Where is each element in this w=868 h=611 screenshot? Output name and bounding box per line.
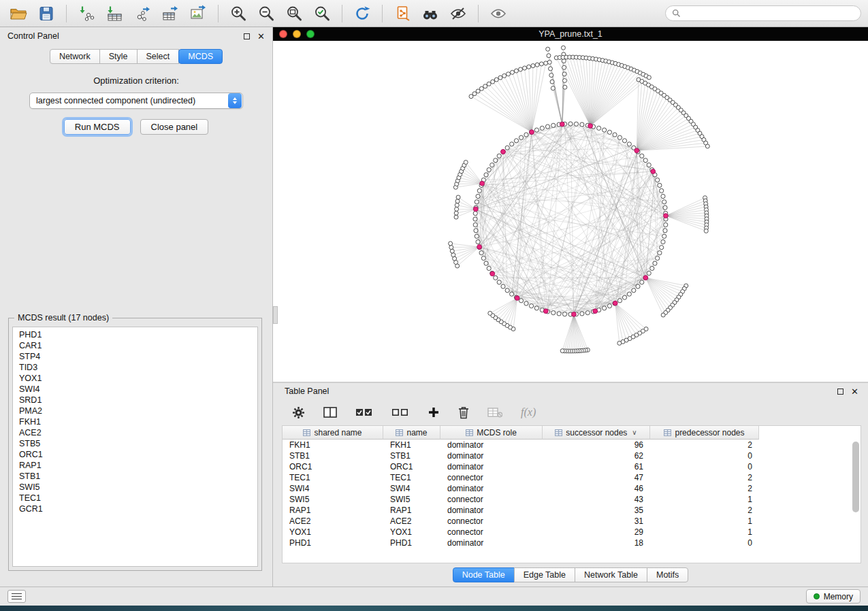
export-table-icon xyxy=(161,5,179,22)
cell-predecessor: 1 xyxy=(650,494,759,505)
mcds-result-item[interactable]: PHD1 xyxy=(13,329,257,340)
splitter-grip[interactable] xyxy=(273,306,278,324)
delete-row-button[interactable] xyxy=(458,406,469,419)
mcds-result-item[interactable]: RAP1 xyxy=(13,460,257,471)
mcds-result-list[interactable]: PHD1CAR1STP4TID3YOX1SWI4SRD1PMA2FKH1ACE2… xyxy=(12,327,258,567)
settings-button[interactable] xyxy=(292,406,305,419)
table-row[interactable]: SWI5SWI5connector431 xyxy=(283,494,861,505)
column-header-successor-nodes[interactable]: successor nodes∨ xyxy=(543,426,650,440)
mcds-result-item[interactable]: PMA2 xyxy=(13,406,257,416)
mcds-result-item[interactable]: FKH1 xyxy=(13,416,257,427)
column-header-shared-name[interactable]: shared name xyxy=(283,426,383,440)
mcds-result-item[interactable]: SWI4 xyxy=(13,384,257,395)
hide-detail-button[interactable] xyxy=(447,3,470,24)
tab-mcds[interactable]: MCDS xyxy=(178,49,223,64)
tab-network-table[interactable]: Network Table xyxy=(575,567,647,582)
tab-motifs[interactable]: Motifs xyxy=(647,567,688,582)
show-columns-button[interactable] xyxy=(323,406,337,418)
cell-mcds_role: dominator xyxy=(440,461,543,472)
table-row[interactable]: PHD1PHD1dominator180 xyxy=(283,538,861,548)
control-panel-tabs: NetworkStyleSelectMCDS xyxy=(0,49,272,64)
export-network-button[interactable] xyxy=(131,3,154,24)
export-image-icon xyxy=(189,5,207,22)
mcds-result-item[interactable]: TID3 xyxy=(13,362,257,373)
table-row[interactable]: YOX1YOX1connector291 xyxy=(283,527,861,538)
save-session-button[interactable] xyxy=(35,3,58,24)
toolbar-separator xyxy=(66,5,67,22)
export-image-button[interactable] xyxy=(187,3,210,24)
add-row-icon xyxy=(428,406,440,418)
add-row-button[interactable] xyxy=(428,406,440,418)
sort-chevron-icon: ∨ xyxy=(632,429,637,436)
toolbar-separator xyxy=(478,5,479,22)
zoom-in-button[interactable] xyxy=(227,3,250,24)
show-detail-button[interactable] xyxy=(487,3,510,24)
mcds-result-item[interactable]: YOX1 xyxy=(13,373,257,384)
mcds-result-item[interactable]: ACE2 xyxy=(13,427,257,438)
mcds-result-item[interactable]: TEC1 xyxy=(13,493,257,503)
network-title: YPA_prune.txt_1 xyxy=(273,29,868,39)
table-row[interactable]: FKH1FKH1dominator962 xyxy=(283,440,861,450)
mcds-result-item[interactable]: SRD1 xyxy=(13,395,257,406)
mcds-result-item[interactable]: ORC1 xyxy=(13,449,257,460)
search-field[interactable] xyxy=(665,5,861,21)
deselect-all-button[interactable] xyxy=(391,407,409,418)
open-file-button[interactable] xyxy=(7,3,30,24)
cell-filler xyxy=(759,527,861,538)
dropdown-stepper-icon xyxy=(228,93,242,108)
maximize-window-icon[interactable] xyxy=(306,30,315,38)
clone-network-button[interactable] xyxy=(391,3,414,24)
tab-select[interactable]: Select xyxy=(137,49,180,64)
table-row[interactable]: ACE2ACE2connector311 xyxy=(283,516,861,527)
tab-node-table[interactable]: Node Table xyxy=(453,567,515,582)
export-table-button[interactable] xyxy=(159,3,182,24)
column-header-predecessor-nodes[interactable]: predecessor nodes xyxy=(650,426,759,440)
network-canvas[interactable] xyxy=(273,41,868,382)
mcds-result-item[interactable]: CAR1 xyxy=(13,340,257,351)
table-row[interactable]: RAP1RAP1dominator352 xyxy=(283,505,861,516)
close-panel-icon[interactable]: ✕ xyxy=(257,32,265,41)
main-area: Control Panel ✕ NetworkStyleSelectMCDS O… xyxy=(0,27,868,587)
import-table-button[interactable] xyxy=(103,3,126,24)
find-button[interactable] xyxy=(419,3,442,24)
tab-edge-table[interactable]: Edge Table xyxy=(514,567,575,582)
column-header-name[interactable]: name xyxy=(383,426,440,440)
close-panel-icon[interactable]: ✕ xyxy=(851,387,858,396)
select-all-button[interactable] xyxy=(355,407,373,418)
zoom-selected-button[interactable] xyxy=(310,3,334,24)
zoom-out-button[interactable] xyxy=(255,3,278,24)
import-network-button[interactable] xyxy=(75,3,98,24)
float-panel-icon[interactable] xyxy=(837,389,843,395)
mcds-result-item[interactable]: GCR1 xyxy=(13,503,257,514)
function-builder-button: f(x) xyxy=(521,406,536,418)
minimize-window-icon[interactable] xyxy=(293,30,301,38)
close-window-icon[interactable] xyxy=(279,30,287,38)
tab-network[interactable]: Network xyxy=(50,49,100,64)
close-panel-button[interactable]: Close panel xyxy=(140,119,209,135)
right-column: YPA_prune.txt_1 Table Panel xyxy=(273,27,868,587)
cell-mcds_role: connector xyxy=(440,527,543,538)
memory-button[interactable]: Memory xyxy=(806,589,861,604)
float-panel-icon[interactable] xyxy=(244,33,250,39)
zoom-fit-button[interactable] xyxy=(283,3,306,24)
tab-style[interactable]: Style xyxy=(99,49,138,64)
table-row[interactable]: TEC1TEC1connector472 xyxy=(283,472,861,483)
table-scrollbar-thumb[interactable] xyxy=(852,442,859,512)
table-row[interactable]: STB1STB1dominator620 xyxy=(283,450,861,461)
column-header-mcds-role[interactable]: MCDS role xyxy=(440,426,543,440)
mcds-result-item[interactable]: STP4 xyxy=(13,351,257,362)
network-graph xyxy=(273,41,868,382)
panel-menu-button[interactable] xyxy=(7,590,26,603)
table-row[interactable]: ORC1ORC1dominator610 xyxy=(283,461,861,472)
mcds-result-item[interactable]: STB1 xyxy=(13,471,257,482)
refresh-button[interactable] xyxy=(351,3,374,24)
search-input[interactable] xyxy=(685,9,854,18)
table-row[interactable]: SWI4SWI4dominator462 xyxy=(283,483,861,494)
criterion-dropdown[interactable]: largest connected component (undirected) xyxy=(29,93,243,109)
run-mcds-button[interactable]: Run MCDS xyxy=(64,119,131,135)
zoom-fit-icon xyxy=(285,5,303,22)
mcds-result-item[interactable]: SWI5 xyxy=(13,482,257,493)
mcds-result-item[interactable]: STB5 xyxy=(13,438,257,449)
import-table-icon xyxy=(106,5,123,22)
cell-name: ORC1 xyxy=(383,461,440,472)
